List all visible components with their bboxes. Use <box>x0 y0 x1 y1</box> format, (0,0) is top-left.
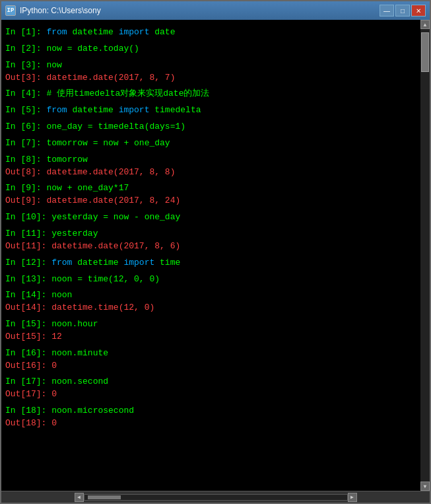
out-label: Out[17]: <box>5 389 51 399</box>
terminal-line: In [6]: one_day = timedelta(days=1) <box>3 121 419 133</box>
main-window: IP IPython: C:\Users\sony — □ ✕ In [1]: … <box>0 0 431 504</box>
terminal-line: In [4]: # 使用timedelta对象来实现date的加法 <box>3 88 419 100</box>
scroll-down-arrow[interactable]: ▼ <box>420 482 430 491</box>
in-label: In [8]: <box>5 155 46 164</box>
terminal-line: In [15]: noon.hour <box>3 318 419 331</box>
terminal-line: Out[17]: 0 <box>3 388 419 401</box>
terminal-line: Out[3]: datetime.date(2017, 8, 7) <box>3 72 419 85</box>
minimize-button[interactable]: — <box>380 5 394 17</box>
terminal-output[interactable]: In [1]: from datetime import dateIn [2]:… <box>1 20 420 491</box>
scroll-left-arrow[interactable]: ◀ <box>75 493 84 502</box>
in-label: In [18]: <box>5 406 51 415</box>
out-label: Out[18]: <box>5 418 51 428</box>
terminal-line: In [3]: now <box>3 59 419 72</box>
bottom-bar: ◀ ▶ <box>1 491 430 503</box>
in-label: In [12]: <box>5 258 51 268</box>
title-bar-left: IP IPython: C:\Users\sony <box>5 5 101 16</box>
out-label: Out[16]: <box>5 361 51 371</box>
in-label: In [11]: <box>5 229 51 238</box>
terminal-line: In [14]: noon <box>3 289 419 302</box>
terminal-line: In [18]: noon.microsecond <box>3 405 419 417</box>
terminal-line: In [2]: now = date.today() <box>3 43 419 55</box>
terminal-line: In [9]: now + one_day*17 <box>3 182 419 195</box>
close-button[interactable]: ✕ <box>411 5 426 17</box>
out-label: Out[14]: <box>5 303 51 312</box>
scroll-right-arrow[interactable]: ▶ <box>348 493 357 502</box>
in-label: In [1]: <box>5 27 46 37</box>
out-label: Out[8]: <box>5 167 46 177</box>
out-label: Out[3]: <box>5 73 46 83</box>
horizontal-thumb[interactable] <box>88 495 121 499</box>
app-icon: IP <box>5 5 16 16</box>
in-label: In [4]: <box>5 89 46 98</box>
terminal-line: In [17]: noon.second <box>3 376 419 388</box>
in-label: In [14]: <box>5 290 51 300</box>
in-label: In [16]: <box>5 348 51 358</box>
in-label: In [15]: <box>5 319 51 329</box>
in-label: In [17]: <box>5 377 51 386</box>
in-label: In [10]: <box>5 212 51 222</box>
terminal-line: Out[11]: datetime.date(2017, 8, 6) <box>3 240 419 253</box>
terminal-line: Out[18]: 0 <box>3 417 419 430</box>
horizontal-scrollbar[interactable] <box>84 494 348 501</box>
out-label: Out[9]: <box>5 196 46 205</box>
window-title: IPython: C:\Users\sony <box>20 6 101 15</box>
terminal-line: Out[16]: 0 <box>3 360 419 373</box>
in-label: In [7]: <box>5 138 46 148</box>
terminal-line: Out[15]: 12 <box>3 331 419 343</box>
terminal-line: In [10]: yesterday = now - one_day <box>3 211 419 224</box>
window-controls: — □ ✕ <box>380 5 426 17</box>
in-label: In [9]: <box>5 183 46 193</box>
maximize-button[interactable]: □ <box>395 5 410 17</box>
scroll-up-arrow[interactable]: ▲ <box>420 20 430 29</box>
terminal-line: In [13]: noon = time(12, 0, 0) <box>3 273 419 286</box>
content-area: In [1]: from datetime import dateIn [2]:… <box>1 20 430 491</box>
terminal-line: In [1]: from datetime import date <box>3 26 419 39</box>
in-label: In [6]: <box>5 122 46 131</box>
terminal-line: Out[9]: datetime.date(2017, 8, 24) <box>3 195 419 207</box>
out-label: Out[11]: <box>5 241 51 251</box>
terminal-line: Out[14]: datetime.time(12, 0) <box>3 302 419 314</box>
out-label: Out[15]: <box>5 332 51 342</box>
in-label: In [2]: <box>5 44 46 54</box>
terminal-line: In [11]: yesterday <box>3 228 419 240</box>
scroll-thumb[interactable] <box>421 32 429 72</box>
terminal-line: Out[8]: datetime.date(2017, 8, 8) <box>3 166 419 179</box>
scroll-track[interactable] <box>420 29 430 482</box>
in-label: In [5]: <box>5 105 46 115</box>
title-bar: IP IPython: C:\Users\sony — □ ✕ <box>1 1 430 20</box>
terminal-line: In [5]: from datetime import timedelta <box>3 104 419 117</box>
terminal-line: In [16]: noon.minute <box>3 347 419 360</box>
in-label: In [13]: <box>5 274 51 284</box>
terminal-line: In [7]: tomorrow = now + one_day <box>3 137 419 150</box>
vertical-scrollbar[interactable]: ▲ ▼ <box>420 20 430 491</box>
terminal-line: In [8]: tomorrow <box>3 154 419 166</box>
terminal-line: In [12]: from datetime import time <box>3 257 419 270</box>
in-label: In [3]: <box>5 60 46 70</box>
